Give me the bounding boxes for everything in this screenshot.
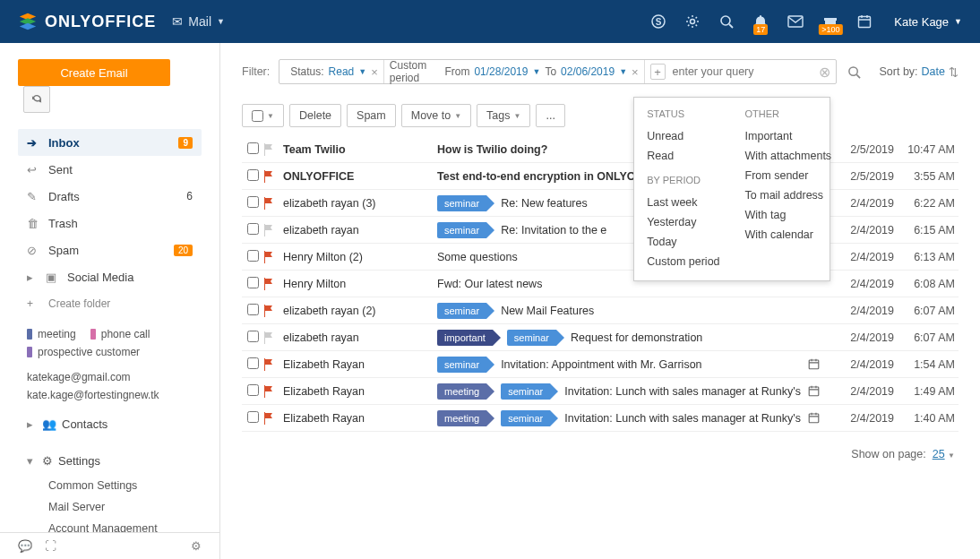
dropdown-opt[interactable]: Unread [647, 126, 719, 146]
dropdown-opt[interactable]: With tag [745, 205, 832, 225]
spam-button[interactable]: Spam [347, 104, 396, 127]
mail-row[interactable]: Elizabeth RayanseminarInvitation: Appoin… [242, 351, 959, 378]
filter-chip-status[interactable]: Status: Read ▼ × [285, 60, 384, 83]
sidebar-item-trash[interactable]: 🗑Trash [18, 210, 202, 236]
mail-row[interactable]: elizabeth rayanseminarRe: Invitation to … [242, 217, 959, 244]
create-email-button[interactable]: Create Email [18, 59, 170, 86]
flag-icon[interactable] [263, 331, 283, 344]
dropdown-opt[interactable]: Last week [647, 193, 719, 212]
flag-icon[interactable] [263, 412, 283, 425]
filter-period-from[interactable]: 01/28/2019 [474, 65, 528, 78]
row-checkbox[interactable] [247, 411, 259, 423]
tag-meeting[interactable]: meeting [437, 383, 486, 400]
add-filter-button[interactable]: + [650, 64, 666, 80]
create-folder-button[interactable]: +Create folder [18, 290, 202, 317]
row-checkbox[interactable] [247, 142, 259, 154]
flag-icon[interactable] [263, 385, 283, 398]
filter-period-to[interactable]: 02/06/2019 [561, 65, 615, 78]
row-checkbox[interactable] [247, 331, 259, 342]
tag-prospective-customer[interactable]: prospective customer [27, 346, 193, 358]
dropdown-opt[interactable]: Yesterday [647, 212, 719, 232]
bell-icon[interactable]: 17 [753, 14, 768, 29]
gear-icon[interactable] [685, 14, 700, 29]
filter-status-value[interactable]: Read [329, 65, 355, 78]
dropdown-opt[interactable]: Important [745, 126, 832, 146]
mail-row[interactable]: elizabeth rayan (2)seminarNew Mail Featu… [242, 297, 959, 324]
dropdown-opt[interactable]: Custom period [647, 252, 719, 271]
dropdown-opt[interactable]: From sender [745, 166, 832, 185]
dropdown-opt[interactable]: With calendar [745, 225, 832, 245]
filter-chip-period[interactable]: Custom period From 01/28/2019 ▼ To 02/06… [384, 60, 645, 83]
tag-meeting[interactable]: meeting [437, 410, 486, 426]
row-checkbox[interactable] [247, 223, 259, 235]
mail-row[interactable]: Henry MiltonFwd: Our latest news2/4/2019… [242, 271, 959, 297]
more-button[interactable]: ... [536, 104, 564, 127]
flag-icon[interactable] [263, 197, 283, 210]
tag-seminar[interactable]: seminar [507, 330, 556, 346]
tag-seminar[interactable]: seminar [501, 410, 550, 426]
settings-common[interactable]: Common Settings [48, 475, 202, 496]
mail-row[interactable]: elizabeth rayan (3)seminarRe: New featur… [242, 190, 959, 217]
row-checkbox[interactable] [247, 384, 259, 396]
tag-seminar[interactable]: seminar [437, 357, 486, 373]
tag-seminar[interactable]: seminar [501, 383, 550, 400]
mail-row[interactable]: Team TwilioHow is Twilio doing?2/5/20191… [242, 136, 959, 163]
present-icon[interactable]: >100 [823, 14, 838, 29]
refresh-button[interactable] [23, 86, 50, 113]
tag-seminar[interactable]: seminar [437, 303, 486, 319]
sidebar-item-inbox[interactable]: ➔Inbox9 [18, 129, 202, 156]
sidebar-item-social[interactable]: ▸▣Social Media [18, 263, 202, 290]
select-all-checkbox[interactable]: ▼ [242, 104, 284, 127]
row-checkbox[interactable] [247, 169, 259, 181]
tags-button[interactable]: Tags▼ [477, 104, 530, 127]
dropdown-opt[interactable]: Read [647, 146, 719, 166]
sidebar-contacts[interactable]: ▸👥Contacts [18, 410, 202, 438]
delete-button[interactable]: Delete [289, 104, 341, 127]
flag-icon[interactable] [263, 251, 283, 263]
search-button[interactable] [842, 59, 867, 84]
tag-phone-call[interactable]: phone call [90, 328, 150, 340]
sidebar-item-sent[interactable]: ↩Sent [18, 156, 202, 183]
sidebar-item-spam[interactable]: ⊘Spam20 [18, 236, 202, 263]
row-checkbox[interactable] [247, 304, 259, 315]
app-switcher[interactable]: ✉ Mail ▼ [172, 14, 225, 29]
move-to-button[interactable]: Move to▼ [401, 104, 471, 127]
filter-query-input[interactable] [673, 60, 813, 83]
tag-meeting[interactable]: meeting [27, 328, 76, 340]
dropdown-opt[interactable]: To mail address [745, 185, 832, 205]
row-checkbox[interactable] [247, 277, 259, 288]
calendar-icon[interactable] [857, 14, 872, 29]
dropdown-opt[interactable]: With attachments [745, 146, 832, 166]
flag-icon[interactable] [263, 170, 283, 183]
tag-seminar[interactable]: seminar [437, 222, 486, 238]
close-icon[interactable]: × [371, 65, 378, 79]
flag-icon[interactable] [263, 305, 283, 317]
mail-row[interactable]: elizabeth rayanimportantseminarRequest f… [242, 324, 959, 351]
currency-icon[interactable]: S [651, 14, 666, 29]
mail-row[interactable]: Elizabeth RayanmeetingseminarInvitation:… [242, 378, 959, 405]
account-item[interactable]: katekage@gmail.com [27, 371, 193, 383]
user-menu[interactable]: Kate Kage ▼ [894, 15, 962, 29]
tag-important[interactable]: important [437, 330, 493, 346]
row-checkbox[interactable] [247, 357, 259, 369]
close-icon[interactable]: × [632, 65, 639, 79]
account-item[interactable]: kate.kage@fortestingnew.tk [27, 389, 193, 401]
brand-logo[interactable]: ONLYOFFICE [18, 12, 156, 31]
flag-icon[interactable] [263, 143, 283, 156]
mail-icon-top[interactable] [787, 15, 804, 28]
search-icon[interactable] [719, 14, 734, 29]
clear-filter-icon[interactable]: ⊗ [819, 64, 830, 81]
tag-seminar[interactable]: seminar [437, 195, 486, 211]
flag-icon[interactable] [263, 358, 283, 371]
sidebar-settings[interactable]: ▾⚙Settings [18, 447, 202, 475]
mail-row[interactable]: ONLYOFFICETest end-to-end encryption in … [242, 163, 959, 190]
row-checkbox[interactable] [247, 250, 259, 262]
sidebar-item-drafts[interactable]: ✎Drafts6 [18, 183, 202, 210]
flag-icon[interactable] [263, 224, 283, 236]
mail-row[interactable]: Henry Milton (2)Some questions2/4/20196:… [242, 244, 959, 271]
flag-icon[interactable] [263, 278, 283, 290]
dropdown-opt[interactable]: Today [647, 232, 719, 252]
mail-row[interactable]: Elizabeth RayanmeetingseminarInvitation:… [242, 405, 959, 432]
settings-account-management[interactable]: Account Management [48, 518, 202, 532]
row-checkbox[interactable] [247, 196, 259, 208]
